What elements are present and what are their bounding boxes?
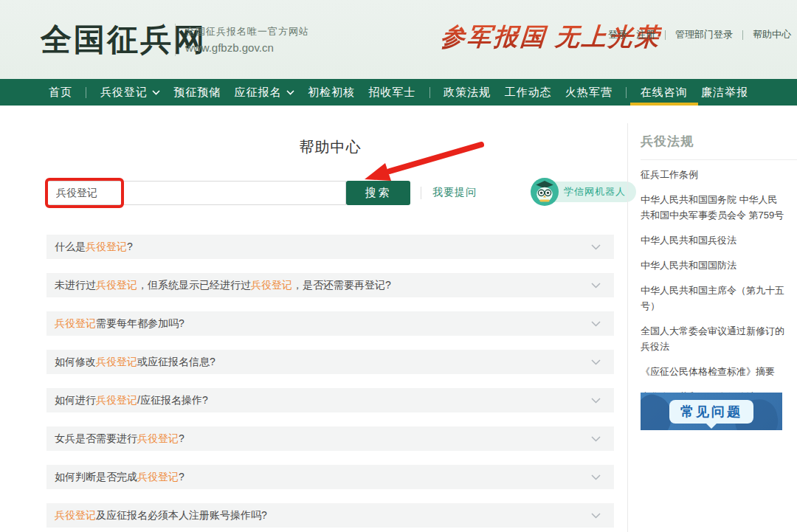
chatbot-badge[interactable]: 学信网机器人	[533, 182, 636, 202]
nav-item-label: 火热军营	[565, 86, 613, 100]
nav-item-招收军士[interactable]: 招收军士	[368, 79, 415, 106]
nav-item-label: 招收军士	[368, 86, 415, 100]
faq-question: 未进行过兵役登记，但系统显示已经进行过兵役登记，是否还需要再登记?	[55, 279, 391, 292]
nav-item-label: 首页	[49, 86, 72, 100]
owl-robot-icon	[531, 178, 559, 206]
faq-item[interactable]: 兵役登记需要每年都参加吗?	[46, 311, 614, 336]
nav-item-label: 预征预储	[173, 86, 221, 100]
nav-item-label: 应征报名	[235, 86, 282, 100]
chevron-down-icon	[591, 244, 601, 250]
sidebar-link[interactable]: 中华人民共和国国防法	[641, 258, 787, 273]
register-link[interactable]: 注册	[636, 28, 655, 41]
nav-item-兵役登记[interactable]: 兵役登记	[100, 79, 160, 106]
sidebar-link[interactable]: 中华人民共和国兵役法	[641, 232, 787, 248]
chevron-down-icon	[591, 398, 601, 404]
faq-item[interactable]: 兵役登记及应征报名必须本人注册账号操作吗?	[46, 503, 614, 528]
faq-question: 如何修改兵役登记或应征报名信息?	[55, 356, 215, 369]
nav-item-label: 兵役登记	[100, 86, 148, 100]
nav-item-预征预储[interactable]: 预征预储	[173, 79, 221, 106]
top-links: 登录 注册 管理部门登录 帮助中心	[608, 28, 791, 41]
search-button[interactable]: 搜索	[346, 181, 410, 205]
faq-list: 什么是兵役登记?未进行过兵役登记，但系统显示已经进行过兵役登记，是否还需要再登记…	[46, 235, 614, 532]
faq-question: 兵役登记及应征报名必须本人注册账号操作吗?	[55, 509, 267, 522]
nav-item-工作动态[interactable]: 工作动态	[504, 79, 551, 106]
faq-question: 如何判断是否完成兵役登记?	[55, 471, 184, 484]
sidebar-link[interactable]: 全国人大常委会审议通过新修订的兵役法	[641, 323, 787, 354]
chevron-down-icon	[286, 90, 294, 95]
faq-item[interactable]: 女兵是否需要进行兵役登记?	[46, 426, 614, 451]
sidebar-link[interactable]: 中华人民共和国国务院 中华人民共和国中央军事委员会令 第759号	[641, 192, 787, 223]
search-input[interactable]	[46, 181, 346, 205]
page-title: 帮助中心	[46, 137, 614, 157]
nav-item-在线咨询[interactable]: 在线咨询	[641, 79, 688, 106]
sidebar-link[interactable]: 征兵工作条例	[641, 167, 787, 182]
nav-item-label: 在线咨询	[641, 86, 688, 100]
nav-divider	[86, 87, 86, 98]
faq-question: 兵役登记需要每年都参加吗?	[55, 317, 184, 331]
sidebar-divider	[627, 123, 628, 532]
faq-question: 如何进行兵役登记/应征报名操作?	[55, 394, 208, 407]
chevron-down-icon	[591, 359, 601, 365]
nav-item-应征报名[interactable]: 应征报名	[235, 79, 294, 106]
nav-item-首页[interactable]: 首页	[49, 79, 72, 106]
nav-item-label: 工作动态	[504, 86, 551, 100]
sidebar-title: 兵役法规	[641, 133, 797, 160]
sidebar-link[interactable]: 《应征公民体格检查标准》摘要	[641, 364, 787, 379]
faq-banner[interactable]: 常见问题	[641, 393, 782, 430]
nav-item-火热军营[interactable]: 火热军营	[565, 79, 613, 106]
chevron-down-icon	[591, 321, 601, 327]
chatbot-label: 学信网机器人	[564, 185, 626, 198]
main-nav: 首页兵役登记预征预储应征报名初检初核招收军士政策法规工作动态火热军营在线咨询廉洁…	[0, 79, 797, 106]
faq-item[interactable]: 如何进行兵役登记/应征报名操作?	[46, 388, 614, 412]
faq-item[interactable]: 如何判断是否完成兵役登记?	[46, 465, 614, 489]
sidebar-link[interactable]: 中华人民共和国主席令（第九十五号）	[641, 283, 787, 314]
chevron-down-icon	[591, 283, 601, 289]
chevron-down-icon	[591, 513, 601, 519]
nav-item-label: 廉洁举报	[701, 86, 748, 100]
nav-item-label: 初检初核	[308, 86, 355, 100]
nav-item-初检初核[interactable]: 初检初核	[308, 79, 355, 106]
nav-divider	[429, 87, 430, 98]
nav-divider	[626, 87, 627, 98]
nav-item-廉洁举报[interactable]: 廉洁举报	[701, 79, 748, 106]
vertical-divider	[421, 187, 421, 199]
site-url: www.gfbzb.gov.cn	[185, 41, 274, 54]
chevron-down-icon	[591, 474, 601, 480]
ask-question-link[interactable]: 我要提问	[432, 186, 477, 199]
logo-divider	[175, 24, 176, 56]
site-header: 全国征兵网 全国征兵报名唯一官方网站 www.gfbzb.gov.cn 参军报国…	[0, 0, 797, 79]
faq-item[interactable]: 如何修改兵役登记或应征报名信息?	[46, 350, 614, 374]
nav-item-label: 政策法规	[444, 86, 491, 100]
top-links-divider	[665, 30, 666, 40]
chevron-down-icon	[152, 90, 160, 95]
faq-item[interactable]: 什么是兵役登记?	[46, 235, 614, 259]
nav-item-政策法规[interactable]: 政策法规	[444, 79, 491, 106]
help-center-page: 全国征兵网 全国征兵报名唯一官方网站 www.gfbzb.gov.cn 参军报国…	[0, 0, 797, 532]
admin-login-link[interactable]: 管理部门登录	[675, 28, 733, 41]
faq-banner-bubble: 常见问题	[669, 400, 753, 424]
help-center-link[interactable]: 帮助中心	[753, 28, 791, 41]
site-logo: 全国征兵网	[41, 19, 207, 61]
chevron-down-icon	[591, 436, 601, 442]
login-link[interactable]: 登录	[608, 28, 627, 41]
top-links-divider	[742, 30, 743, 40]
sidebar-links: 征兵工作条例中华人民共和国国务院 中华人民共和国中央军事委员会令 第759号中华…	[641, 167, 787, 415]
site-tagline: 全国征兵报名唯一官方网站	[185, 25, 309, 38]
faq-item[interactable]: 未进行过兵役登记，但系统显示已经进行过兵役登记，是否还需要再登记?	[46, 273, 614, 297]
faq-question: 什么是兵役登记?	[55, 241, 133, 254]
faq-question: 女兵是否需要进行兵役登记?	[55, 432, 184, 446]
